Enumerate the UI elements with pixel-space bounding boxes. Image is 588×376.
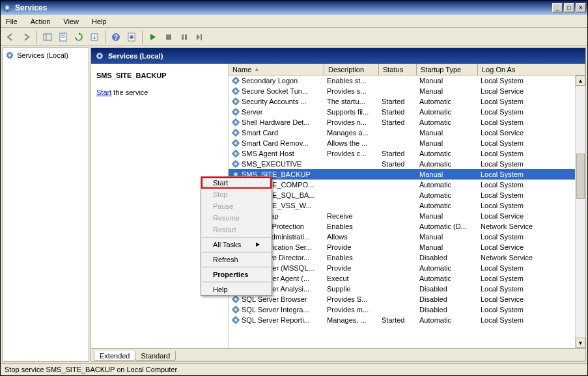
menu-help[interactable]: Help	[89, 16, 109, 27]
col-startup[interactable]: Startup Type	[417, 64, 478, 75]
service-row[interactable]: SQL Server Agent (...ExecutAutomaticLoca…	[229, 273, 585, 284]
scroll-thumb[interactable]	[576, 154, 585, 199]
scroll-down-button[interactable]: ▼	[576, 338, 585, 348]
service-row[interactable]: ServerSupports fil...StartedAutomaticLoc…	[229, 107, 585, 117]
cell-name: Smart Card	[229, 128, 324, 137]
svg-point-65	[234, 142, 237, 144]
tree-root-item[interactable]: Services (Local)	[5, 51, 86, 60]
cell-description: Provides m...	[324, 306, 379, 314]
back-button[interactable]	[3, 30, 18, 44]
menu-view[interactable]: View	[61, 16, 81, 27]
cell-logon: Local System	[478, 118, 585, 126]
cell-description: The startu...	[324, 98, 379, 105]
service-row[interactable]: Software ProtectionEnablesAutomatic (D..…	[229, 221, 585, 232]
ctx-properties[interactable]: Properties	[201, 269, 272, 280]
service-row[interactable]: SQL Server Analysi...SupplieDisabledLoca…	[229, 284, 585, 294]
vertical-scrollbar[interactable]: ▲ ▼	[575, 75, 585, 348]
scroll-up-button[interactable]: ▲	[576, 75, 585, 86]
forward-button[interactable]	[19, 30, 33, 44]
cell-description: Provide	[324, 243, 379, 251]
cell-logon: Local System	[478, 77, 585, 85]
cell-status: Started	[379, 150, 417, 157]
service-row[interactable]: SQL Server Integra...Provides m...Disabl…	[229, 304, 585, 315]
service-row[interactable]: SQL Server BrowserProvides S...DisabledL…	[229, 294, 585, 304]
cell-status: Started	[379, 108, 417, 116]
service-row[interactable]: SQL Server Reporti...Manages, ...Started…	[229, 315, 585, 325]
restart-service-button[interactable]	[193, 30, 207, 44]
tab-standard[interactable]: Standard	[135, 351, 176, 361]
cell-startup: Manual	[417, 243, 478, 251]
svg-point-155	[234, 298, 237, 301]
titlebar: Services _ □ ✕	[1, 1, 587, 15]
cell-logon: Local System	[478, 150, 585, 157]
toolbar: ?	[1, 28, 587, 46]
export-button[interactable]	[87, 30, 102, 44]
ctx-refresh[interactable]: Refresh	[201, 254, 272, 265]
service-row[interactable]: SMS_SITE_BACKUPManualLocal System	[229, 169, 585, 180]
svg-point-27	[98, 55, 101, 57]
start-service-button[interactable]	[146, 30, 160, 44]
start-link[interactable]: Start	[96, 88, 111, 96]
service-row[interactable]: SMS_SITE_VSS_W...AutomaticLocal System	[229, 200, 585, 211]
service-row[interactable]: SQL Active Director...EnablesDisabledNet…	[229, 252, 585, 263]
pause-service-button[interactable]	[177, 30, 191, 44]
service-row[interactable]: Smart Card Remov...Allows the ...ManualL…	[229, 138, 585, 148]
cell-description: Enables	[324, 222, 379, 230]
cell-description: Enables st...	[324, 77, 379, 85]
maximize-button[interactable]: □	[564, 3, 574, 12]
service-row[interactable]: SQL Server (MSSQL...ProvideAutomaticLoca…	[229, 263, 585, 273]
show-hide-tree-button[interactable]	[40, 30, 55, 44]
help2-button[interactable]	[124, 30, 139, 44]
service-row[interactable]: Secondary LogonEnables st...ManualLocal …	[229, 75, 585, 86]
service-row[interactable]: SMS_EXECUTIVEStartedAutomaticLocal Syste…	[229, 159, 585, 169]
pane-title: Services (Local)	[108, 52, 163, 60]
cell-description: Receive	[324, 212, 379, 220]
cell-startup: Automatic	[417, 202, 478, 209]
svg-text:?: ?	[114, 34, 118, 41]
col-description[interactable]: Description	[324, 64, 379, 75]
svg-point-35	[234, 90, 237, 92]
service-row[interactable]: Secure Socket Tun...Provides s...ManualL…	[229, 86, 585, 96]
col-logon[interactable]: Log On As	[478, 64, 585, 75]
col-status[interactable]: Status	[379, 64, 417, 75]
cell-logon: Local System	[478, 285, 585, 293]
cell-description: Supplie	[324, 285, 379, 293]
service-row[interactable]: SMS_SITE_COMPO...AutomaticLocal System	[229, 180, 585, 190]
service-row[interactable]: Special Administrati...AllowsManualLocal…	[229, 232, 585, 242]
col-name[interactable]: Name▲	[229, 64, 324, 75]
cell-startup: Automatic	[417, 275, 478, 282]
service-row[interactable]: SMS Agent HostProvides c...StartedAutoma…	[229, 148, 585, 159]
cell-startup: Disabled	[417, 295, 478, 303]
svg-point-167	[234, 319, 237, 321]
cell-logon: Local System	[478, 316, 585, 324]
refresh-button[interactable]	[72, 30, 86, 44]
svg-point-71	[234, 152, 237, 155]
view-tabs: Extended Standard	[91, 348, 585, 361]
minimize-button[interactable]: _	[552, 3, 563, 12]
cell-name: Server	[229, 107, 324, 116]
service-row[interactable]: SPP Notification Ser...ProvideManualLoca…	[229, 242, 585, 252]
service-row[interactable]: SMS_SITE_SQL_BA...AutomaticLocal System	[229, 190, 585, 200]
services-icon	[2, 3, 12, 13]
ctx-all-tasks[interactable]: All Tasks	[201, 239, 272, 250]
menu-action[interactable]: Action	[28, 16, 53, 27]
service-row[interactable]: Smart CardManages a...ManualLocal Servic…	[229, 128, 585, 138]
ctx-start[interactable]: Start	[201, 177, 272, 189]
service-row[interactable]: Shell Hardware Det...Provides n...Starte…	[229, 117, 585, 128]
close-button[interactable]: ✕	[576, 3, 586, 12]
console-tree[interactable]: Services (Local)	[2, 47, 89, 362]
cell-startup: Manual	[417, 139, 478, 147]
service-row[interactable]: SNMP TrapReceiveManualLocal Service	[229, 211, 585, 221]
service-row[interactable]: Security Accounts ...The startu...Starte…	[229, 96, 585, 107]
stop-service-button[interactable]	[161, 30, 176, 44]
properties-button[interactable]	[56, 30, 70, 44]
cell-logon: Local Service	[478, 295, 585, 303]
services-icon	[5, 51, 14, 60]
cell-name: SMS Agent Host	[229, 149, 324, 158]
menu-file[interactable]: File	[3, 16, 20, 27]
help-button[interactable]: ?	[109, 30, 123, 44]
ctx-help[interactable]: Help	[201, 284, 272, 295]
cell-description: Allows the ...	[324, 139, 379, 147]
cell-logon: Local System	[478, 233, 585, 241]
tab-extended[interactable]: Extended	[94, 351, 135, 361]
